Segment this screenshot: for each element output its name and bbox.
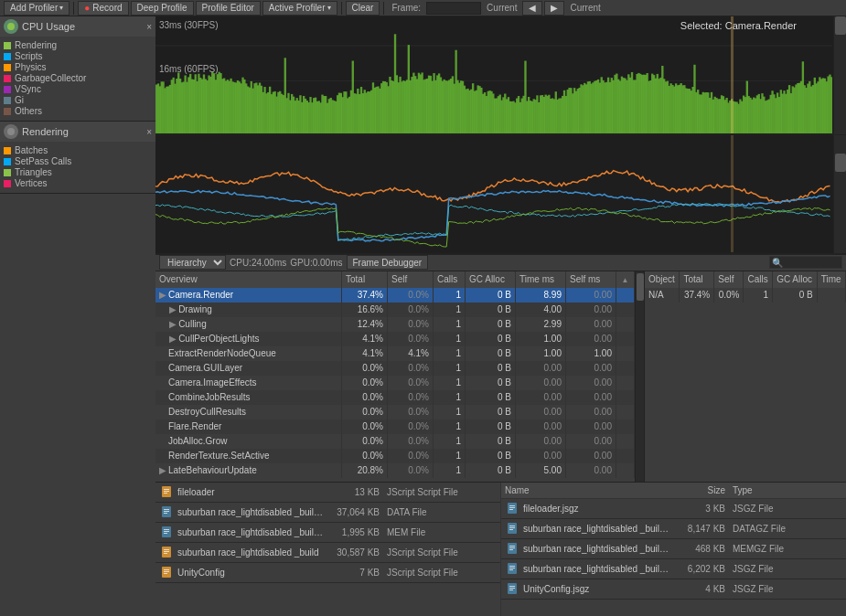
table-row[interactable]: DestroyCullResults 0.0% 0.0% 1 0 B 0.00 …: [155, 405, 635, 420]
file-right-row[interactable]: suburban race_lightdisabled _build.html.…: [501, 539, 846, 559]
clear-button[interactable]: Clear: [346, 1, 380, 16]
frame-debugger-button[interactable]: Frame Debugger: [347, 255, 429, 270]
object-detail-table: Object Total Self Calls GC Alloc Time N/…: [645, 271, 846, 303]
col-self-ms[interactable]: Self ms: [566, 271, 616, 288]
add-profiler-button[interactable]: Add Profiler ▾: [4, 1, 70, 16]
cell-self-ms: 0.00: [566, 361, 616, 376]
file-right-row[interactable]: suburban race_lightdisabled _build.jsgz …: [501, 559, 846, 579]
cell-self: 0.0%: [388, 405, 434, 420]
file-type: JScript Script File: [387, 547, 497, 558]
table-row[interactable]: Flare.Render 0.0% 0.0% 1 0 B 0.00 0.00: [155, 420, 635, 434]
table-row[interactable]: ▶LateBehaviourUpdate 20.8% 0.0% 1 0 B 5.…: [155, 463, 635, 478]
profile-scroll-thumb[interactable]: [637, 273, 644, 301]
legend-vsync: VSync: [4, 84, 152, 94]
cpu-legend: Rendering Scripts Physics GarbageCollect…: [0, 37, 155, 121]
file-size: 6,202 KB: [669, 564, 733, 574]
record-label: Record: [92, 3, 122, 13]
hierarchy-dropdown[interactable]: Hierarchy: [159, 255, 226, 270]
deep-profile-button[interactable]: Deep Profile: [131, 1, 194, 16]
col-self[interactable]: Self: [388, 271, 434, 288]
od-col-self[interactable]: Self: [714, 271, 744, 288]
svg-rect-3: [164, 489, 169, 490]
cpu-label-33ms: 33ms (30FPS): [159, 20, 218, 30]
table-row[interactable]: ▶Drawing 16.6% 0.0% 1 0 B 4.00 0.00: [155, 303, 635, 317]
table-row[interactable]: CombineJobResults 0.0% 0.0% 1 0 B 0.00 0…: [155, 390, 635, 405]
col-calls[interactable]: Calls: [434, 271, 466, 288]
next-frame-button[interactable]: ▶: [544, 1, 564, 16]
od-col-total[interactable]: Total: [680, 271, 714, 288]
cpu-chart-scrollbar[interactable]: [833, 16, 846, 134]
profile-scrollbar[interactable]: [635, 271, 644, 482]
file-size: 30,587 KB: [323, 547, 387, 558]
od-col-gc[interactable]: GC Alloc: [773, 271, 818, 288]
table-row[interactable]: RenderTexture.SetActive 0.0% 0.0% 1 0 B …: [155, 449, 635, 463]
file-size: 37,064 KB: [323, 507, 387, 517]
od-col-time[interactable]: Time: [817, 271, 845, 288]
rlegend-triangles-color: [4, 169, 11, 176]
cell-self: 0.0%: [388, 420, 434, 434]
cell-total: 4.1%: [342, 346, 388, 361]
file-left-row[interactable]: fileloader 13 KB JScript Script File: [155, 483, 500, 503]
rlegend-setpass-color: [4, 158, 11, 165]
file-right-row[interactable]: UnityConfig.jsgz 4 KB JSGZ File: [501, 579, 846, 600]
cell-total: 4.1%: [342, 332, 388, 346]
col-sort[interactable]: [616, 271, 635, 288]
files-right-panel: Name Size Type fileloader.jsgz 3 KB JSGZ…: [501, 483, 846, 616]
record-button[interactable]: ● Record: [78, 1, 128, 16]
render-chart-scrollbar[interactable]: [833, 135, 846, 253]
object-detail-panel: Object Total Self Calls GC Alloc Time N/…: [645, 271, 846, 482]
rlegend-triangles-label: Triangles: [15, 167, 52, 177]
add-profiler-arrow-icon: ▾: [59, 4, 63, 12]
files-panel: fileloader 13 KB JScript Script File sub…: [155, 482, 846, 616]
search-input[interactable]: [769, 256, 842, 269]
col-overview[interactable]: Overview: [155, 271, 342, 288]
cell-name: Camera.ImageEffects: [155, 376, 342, 390]
col-total[interactable]: Total: [342, 271, 388, 288]
od-col-object[interactable]: Object: [645, 271, 680, 288]
files-right-header: Name Size Type: [501, 483, 846, 499]
svg-rect-16: [164, 551, 169, 552]
cell-sort: [616, 390, 635, 405]
cell-time: 1.00: [516, 332, 566, 346]
cpu-scrollbar-thumb[interactable]: [835, 16, 846, 35]
frame-input[interactable]: [426, 2, 481, 15]
table-row[interactable]: ▶Camera.Render 37.4% 0.0% 1 0 B 8.99 0.0…: [155, 288, 635, 303]
cell-time: 5.00: [516, 463, 566, 478]
cell-calls: 1: [434, 376, 466, 390]
table-row[interactable]: JobAlloc.Grow 0.0% 0.0% 1 0 B 0.00 0.00: [155, 434, 635, 449]
table-row[interactable]: ▶Culling 12.4% 0.0% 1 0 B 2.99 0.00: [155, 317, 635, 332]
legend-physics-color: [4, 64, 11, 71]
col-gc[interactable]: GC Alloc: [466, 271, 516, 288]
record-dot-icon: ●: [84, 3, 90, 13]
file-left-row[interactable]: UnityConfig 7 KB JScript Script File: [155, 563, 500, 583]
cpu-panel-close[interactable]: ×: [146, 22, 152, 32]
cell-self: 0.0%: [388, 390, 434, 405]
file-left-row[interactable]: suburban race_lightdisabled _build 30,58…: [155, 543, 500, 563]
file-right-row[interactable]: suburban race_lightdisabled _build.datag…: [501, 519, 846, 539]
od-row[interactable]: N/A 37.4% 0.0% 1 0 B: [645, 288, 846, 303]
svg-rect-31: [509, 546, 515, 547]
file-left-row[interactable]: suburban race_lightdisabled _build.data …: [155, 503, 500, 523]
file-right-row[interactable]: fileloader.jsgz 3 KB JSGZ File: [501, 499, 846, 519]
active-profiler-button[interactable]: Active Profiler ▾: [262, 1, 337, 16]
svg-rect-36: [509, 568, 515, 568]
file-left-row[interactable]: suburban race_lightdisabled _build.html.…: [155, 523, 500, 543]
table-row[interactable]: Camera.ImageEffects 0.0% 0.0% 1 0 B 0.00…: [155, 376, 635, 390]
table-row[interactable]: ExtractRenderNodeQueue 4.1% 4.1% 1 0 B 1…: [155, 346, 635, 361]
table-row[interactable]: Camera.GUILayer 0.0% 0.0% 1 0 B 0.00 0.0…: [155, 361, 635, 376]
table-row[interactable]: ▶CullPerObjectLights 4.1% 0.0% 1 0 B 1.0…: [155, 332, 635, 346]
cell-calls: 1: [434, 361, 466, 376]
sep-2: [341, 2, 342, 15]
render-scrollbar-thumb[interactable]: [835, 154, 846, 172]
cell-self: 0.0%: [388, 463, 434, 478]
prev-frame-button[interactable]: ◀: [522, 1, 542, 16]
profile-editor-button[interactable]: Profile Editor: [196, 1, 261, 16]
cell-self-ms: 0.00: [566, 332, 616, 346]
od-cell-gc: 0 B: [773, 288, 818, 303]
od-col-calls[interactable]: Calls: [744, 271, 773, 288]
rendering-panel-close[interactable]: ×: [146, 127, 152, 137]
cell-total: 12.4%: [342, 317, 388, 332]
cell-time: 1.00: [516, 346, 566, 361]
col-time[interactable]: Time ms: [516, 271, 566, 288]
gpu-time-label: GPU:0.00ms: [290, 258, 342, 268]
